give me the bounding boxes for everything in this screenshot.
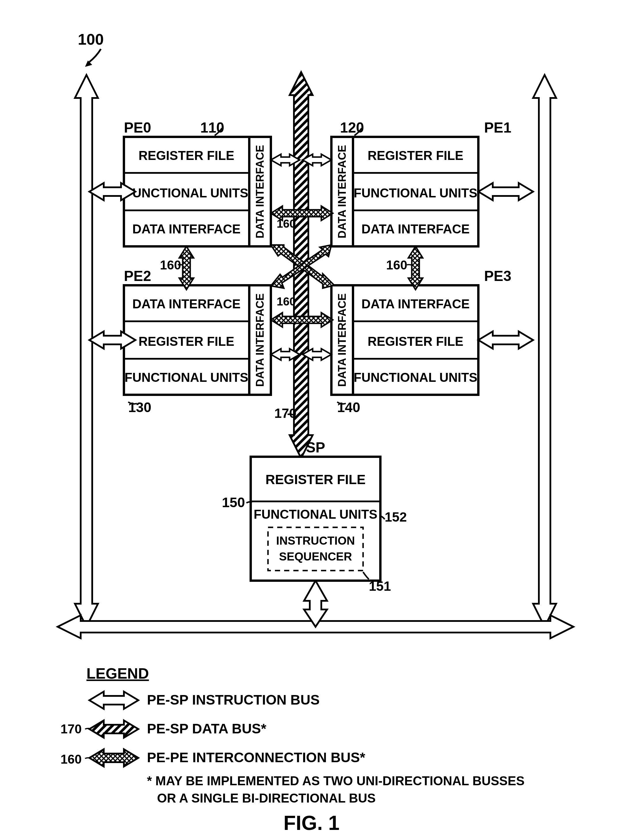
pe2-name: PE2: [124, 268, 151, 284]
svg-marker-45: [89, 749, 138, 766]
legend-item3: PE-PE INTERCONNECTION BUS*: [147, 750, 365, 765]
sp-ref: 150: [222, 495, 245, 510]
sp-block: SP REGISTER FILE FUNCTIONAL UNITS INSTRU…: [222, 440, 407, 594]
pe2-ref: 130: [128, 400, 151, 415]
pe1-frame-link: [478, 183, 533, 200]
legend-ref-interconn: 160: [60, 752, 81, 766]
sp-ref-fu: 152: [385, 509, 407, 524]
frame-right-bus: [533, 75, 556, 627]
legend-note-l2: OR A SINGLE BI-DIRECTIONAL BUS: [157, 791, 376, 805]
pe2-row1: DATA INTERFACE: [132, 297, 241, 311]
pe0-row3: DATA INTERFACE: [132, 222, 241, 236]
pe1-row2: FUNCTIONAL UNITS: [354, 186, 477, 200]
svg-marker-5: [533, 75, 556, 627]
legend-title: LEGEND: [86, 665, 149, 682]
pe0-pe2-interconn-v: [179, 246, 193, 290]
pe1-pe3-interconn-v: [408, 246, 423, 290]
pe3-row2: REGISTER FILE: [368, 334, 463, 348]
pe3-ref: 140: [337, 400, 360, 415]
sp-name: SP: [306, 440, 325, 455]
svg-marker-44: [89, 720, 138, 738]
legend-note-l1: * MAY BE IMPLEMENTED AS TWO UNI-DIRECTIO…: [147, 774, 525, 788]
pe3-row3: FUNCTIONAL UNITS: [354, 370, 477, 385]
pe3-frame-link: [478, 331, 533, 349]
svg-marker-43: [89, 691, 138, 709]
pe1-side: DATA INTERFACE: [336, 145, 348, 238]
legend-item2: PE-SP DATA BUS*: [147, 721, 267, 736]
legend-item1: PE-SP INSTRUCTION BUS: [147, 692, 319, 707]
ref160-c2: 160: [277, 217, 296, 230]
legend-ref-databus: 170: [60, 722, 81, 736]
figure-1: 100 170 PE0 110 REGISTER FILE FUNCTIONAL…: [0, 0, 623, 840]
pe2-row2: REGISTER FILE: [139, 334, 234, 348]
pe1-ref: 120: [340, 120, 364, 136]
pe1-name: PE1: [484, 120, 511, 136]
svg-marker-40: [408, 246, 423, 290]
sp-ref-seq: 151: [369, 579, 391, 594]
svg-marker-29: [478, 183, 533, 200]
svg-marker-7: [304, 581, 327, 627]
sp-row1: REGISTER FILE: [265, 472, 366, 487]
ref160-c1: 160: [277, 295, 296, 308]
pe3-name: PE3: [484, 268, 511, 284]
pe2-row3: FUNCTIONAL UNITS: [124, 370, 248, 385]
figure-ref: 100: [78, 31, 104, 48]
legend: LEGEND PE-SP INSTRUCTION BUS PE-SP DATA …: [60, 665, 525, 805]
svg-marker-31: [478, 331, 533, 349]
svg-marker-4: [75, 75, 98, 627]
pe0-name: PE0: [124, 120, 151, 136]
databus-ref-mid: 170: [274, 406, 296, 421]
frame-left-bus: [75, 75, 98, 627]
pe1-row3: DATA INTERFACE: [361, 222, 470, 236]
pe0-side: DATA INTERFACE: [254, 145, 266, 238]
svg-marker-39: [179, 246, 193, 290]
ref160-r: 160: [386, 258, 407, 272]
pe0-ref: 110: [200, 120, 224, 136]
pe0-row2: FUNCTIONAL UNITS: [124, 186, 248, 200]
sp-seq-l2: SEQUENCER: [279, 550, 352, 563]
sp-bottom-connector: [304, 581, 327, 627]
pe2-side: DATA INTERFACE: [254, 293, 266, 387]
pe0-block: PE0 110 REGISTER FILE FUNCTIONAL UNITS D…: [124, 120, 271, 246]
figure-title: FIG. 1: [284, 812, 339, 834]
pe0-row1: REGISTER FILE: [139, 149, 234, 162]
pe1-row1: REGISTER FILE: [368, 149, 463, 162]
pe2-block: PE2 DATA INTERFACE REGISTER FILE FUNCTIO…: [124, 268, 271, 415]
pe3-side: DATA INTERFACE: [336, 293, 348, 387]
pe3-row1: DATA INTERFACE: [361, 297, 470, 311]
pe1-block: 120 PE1 DATA INTERFACE REGISTER FILE FUN…: [331, 120, 511, 246]
sp-seq-l1: INSTRUCTION: [276, 534, 355, 547]
sp-row2: FUNCTIONAL UNITS: [253, 507, 377, 521]
